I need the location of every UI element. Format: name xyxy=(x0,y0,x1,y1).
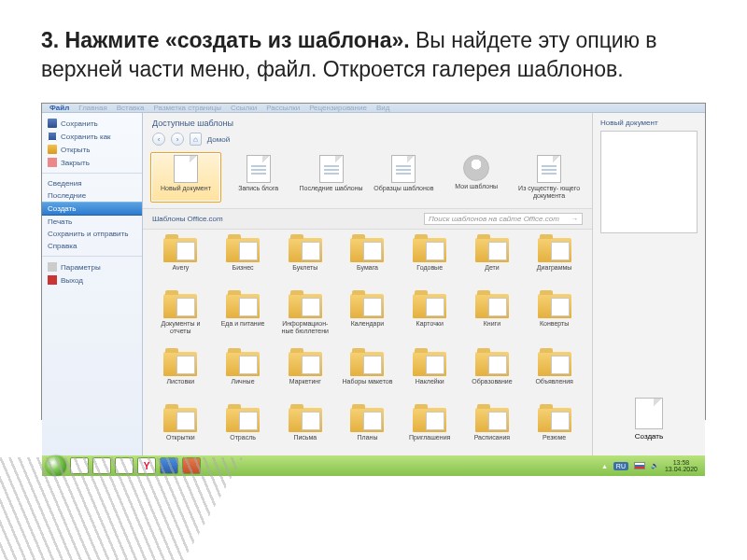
sidebar-item-Сохранить[interactable]: Сохранить xyxy=(42,117,142,130)
template-tile[interactable]: Годовые xyxy=(400,231,460,280)
sidebar-item-Печать[interactable]: Печать xyxy=(42,216,142,228)
template-tile[interactable]: Открытки xyxy=(150,401,211,450)
folder-icon xyxy=(413,352,446,376)
document-icon xyxy=(463,155,489,181)
template-tile[interactable]: Последние шаблоны xyxy=(296,152,367,203)
template-tile[interactable]: Отрасль xyxy=(213,401,274,450)
preview-title: Новый документ xyxy=(600,119,698,127)
template-tile[interactable]: Из существу- ющего документа xyxy=(514,152,585,203)
tile-label: Образование xyxy=(472,378,512,391)
template-tile[interactable]: Маркетинг xyxy=(275,345,335,394)
search-go-icon[interactable]: → xyxy=(571,215,578,223)
template-tile[interactable]: Информацион- ные бюллетени xyxy=(275,287,335,338)
folder-icon xyxy=(538,352,571,376)
sidebar-item-Последние[interactable]: Последние xyxy=(42,189,142,202)
flag-icon[interactable] xyxy=(634,462,645,469)
template-tile[interactable]: Новый документ xyxy=(150,152,221,203)
search-input[interactable]: Поиск шаблонов на сайте Office.com → xyxy=(424,213,583,225)
tile-label: Наборы макетов xyxy=(343,378,393,391)
nav-back-button[interactable]: ‹ xyxy=(152,133,165,146)
template-tile[interactable]: Расписания xyxy=(462,401,523,450)
folder-icon xyxy=(350,294,384,318)
document-icon xyxy=(247,155,271,183)
template-tile[interactable]: Листовки xyxy=(150,345,211,394)
template-tile[interactable]: Календари xyxy=(337,287,398,338)
sidebar-item-Создать[interactable]: Создать xyxy=(42,202,142,216)
sidebar-item-Сведения[interactable]: Сведения xyxy=(42,177,142,189)
template-tile[interactable]: Книги xyxy=(462,287,523,338)
ribbon-tab[interactable]: Файл xyxy=(49,104,69,112)
template-tile[interactable]: Приглашения xyxy=(400,401,460,450)
folder-icon xyxy=(289,352,322,376)
template-tile[interactable]: Еда и питание xyxy=(213,287,274,338)
template-tile[interactable]: Образцы шаблонов xyxy=(369,152,440,203)
tile-label: Бумага xyxy=(357,264,378,277)
tile-label: Документы и отчеты xyxy=(153,320,208,335)
sidebar-item-Параметры[interactable]: Параметры xyxy=(42,260,142,273)
ribbon-tab[interactable]: Вставка xyxy=(117,104,145,112)
tile-label: Годовые xyxy=(416,264,443,277)
template-tile[interactable]: Диаграммы xyxy=(524,231,585,280)
ribbon-tab[interactable]: Разметка страницы xyxy=(153,104,221,112)
language-indicator[interactable]: RU xyxy=(613,462,628,470)
tray-up-icon[interactable]: ▲ xyxy=(601,463,608,469)
document-preview xyxy=(600,131,698,233)
folder-icon xyxy=(163,352,197,376)
template-tile[interactable]: Письма xyxy=(275,401,335,450)
breadcrumb-home[interactable]: Домой xyxy=(207,135,230,144)
template-tile[interactable]: Конверты xyxy=(524,287,585,338)
tile-label: Avery xyxy=(172,264,189,277)
tile-label: Образцы шаблонов xyxy=(374,185,433,198)
template-tile[interactable]: Наклейки xyxy=(400,345,460,394)
sidebar-item-label: Сведения xyxy=(48,179,82,188)
folder-icon xyxy=(226,238,260,262)
sidebar-item-Сохранить и отправить[interactable]: Сохранить и отправить xyxy=(42,228,142,240)
available-templates-title: Доступные шаблоны xyxy=(143,113,592,131)
ribbon-tab[interactable]: Вид xyxy=(376,104,389,112)
template-tile[interactable]: Карточки xyxy=(400,287,460,338)
template-tile[interactable]: Объявления xyxy=(524,345,585,394)
nav-forward-button[interactable]: › xyxy=(171,133,184,146)
template-tile[interactable]: Avery xyxy=(150,231,211,280)
tile-label: Диаграммы xyxy=(537,264,572,277)
template-tile[interactable]: Документы и отчеты xyxy=(150,287,211,338)
template-tile[interactable]: Образование xyxy=(462,345,523,394)
ribbon-tab[interactable]: Ссылки xyxy=(231,104,257,112)
template-tile[interactable]: Резюме xyxy=(524,401,585,450)
sidebar-item-label: Сохранить и отправить xyxy=(48,230,128,238)
instruction-text: 3. Нажмите «создать из шаблона». Вы найд… xyxy=(41,26,706,84)
i-exit-icon xyxy=(48,275,57,285)
nav-home-button[interactable]: ⌂ xyxy=(190,133,202,146)
template-tile[interactable]: Бизнес xyxy=(213,231,274,280)
ribbon-tab[interactable]: Рассылки xyxy=(266,104,300,112)
i-saveas-icon xyxy=(48,132,57,141)
sidebar-item-label: Сохранить как xyxy=(61,133,111,141)
sidebar-item-Справка[interactable]: Справка xyxy=(42,240,142,252)
template-tile[interactable]: Бумага xyxy=(337,231,398,280)
taskbar-clock[interactable]: 13:58 13.04.2020 xyxy=(665,459,698,473)
ribbon-tab[interactable]: Главная xyxy=(78,104,106,112)
tile-label: Личные xyxy=(232,378,255,391)
template-tile[interactable]: Планы xyxy=(337,401,398,450)
tile-label: Маркетинг xyxy=(289,378,321,391)
tray-speaker-icon[interactable]: 🔊 xyxy=(651,462,659,469)
sidebar-item-Сохранить как[interactable]: Сохранить как xyxy=(42,130,142,143)
ribbon-tab[interactable]: Рецензирование xyxy=(309,104,367,112)
folder-icon xyxy=(289,408,322,432)
template-tile[interactable]: Дети xyxy=(462,231,523,280)
sidebar-item-Выход[interactable]: Выход xyxy=(42,273,142,287)
template-tile[interactable]: Личные xyxy=(213,345,274,394)
document-icon xyxy=(319,155,344,183)
office-templates-label: Шаблоны Office.com xyxy=(152,215,223,223)
template-tile[interactable]: Наборы макетов xyxy=(337,345,398,394)
sidebar-item-Закрыть[interactable]: Закрыть xyxy=(42,156,142,169)
document-icon xyxy=(391,155,416,183)
folder-icon xyxy=(538,238,571,262)
template-tile[interactable]: Запись блога xyxy=(223,152,294,203)
template-tile[interactable]: Буклеты xyxy=(275,231,335,280)
template-tile[interactable]: Мои шаблоны xyxy=(441,152,512,203)
sidebar-item-Открыть[interactable]: Открыть xyxy=(42,143,142,156)
sidebar-item-label: Сохранить xyxy=(61,119,98,128)
create-button[interactable]: Создать xyxy=(635,398,663,441)
document-icon xyxy=(537,155,561,183)
